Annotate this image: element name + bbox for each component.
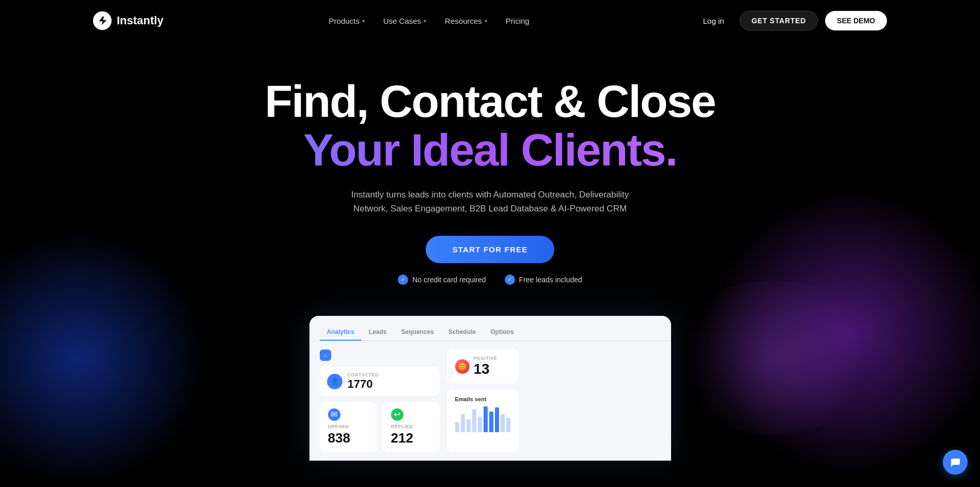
- tab-sequences[interactable]: Sequences: [394, 324, 441, 341]
- hero-badge-free-leads: ✓ Free leads included: [505, 275, 582, 285]
- logo[interactable]: Instantly: [93, 11, 163, 30]
- replied-stat: ↩ REPLIED 212: [383, 402, 440, 452]
- positive-info: POSITIVE 13: [474, 356, 497, 377]
- hero-badges: ✓ No credit card required ✓ Free leads i…: [0, 275, 980, 285]
- navbar: Instantly Products ▾ Use Cases ▾ Resourc…: [0, 0, 980, 41]
- emails-chart: [455, 406, 510, 432]
- dashboard-right: 😊 POSITIVE 13 Emails sent: [447, 349, 519, 452]
- tab-schedule[interactable]: Schedule: [441, 324, 483, 341]
- replied-icon: ↩: [391, 408, 403, 421]
- nav-item-pricing[interactable]: Pricing: [506, 17, 530, 25]
- nav-item-products[interactable]: Products ▾: [329, 17, 365, 25]
- nav-actions: Log in GET STARTED SEE DEMO: [695, 11, 887, 31]
- chart-bar: [455, 422, 459, 432]
- opened-icon: ✉: [328, 408, 340, 421]
- login-button[interactable]: Log in: [695, 12, 733, 29]
- chevron-down-icon: ▾: [424, 18, 426, 24]
- logo-text: Instantly: [117, 14, 163, 27]
- nav-item-resources[interactable]: Resources ▾: [445, 17, 487, 25]
- opened-stat: ✉ OPENED 838: [320, 402, 377, 452]
- nav-link-products[interactable]: Products ▾: [329, 17, 365, 25]
- chevron-down-icon: ▾: [485, 18, 487, 24]
- tab-options[interactable]: Options: [483, 324, 521, 341]
- check-icon-1: ✓: [398, 275, 408, 285]
- get-started-button[interactable]: GET STARTED: [740, 11, 818, 31]
- chart-bar: [484, 406, 488, 432]
- contacted-info: CONTACTED 1770: [348, 372, 379, 391]
- nav-link-pricing[interactable]: Pricing: [506, 17, 530, 25]
- dashboard-body: ⌂ 👤 CONTACTED 1770 ✉ OPENED 838: [309, 341, 671, 461]
- tab-leads[interactable]: Leads: [362, 324, 394, 341]
- chart-bar: [506, 418, 510, 432]
- chart-bar: [489, 412, 493, 432]
- hero-title-line1: Find, Contact & Close: [0, 78, 980, 125]
- home-row: ⌂: [320, 349, 440, 361]
- hero-cta: START FOR FREE: [0, 236, 980, 263]
- chart-bar: [472, 409, 476, 432]
- hero-badge-no-credit-card: ✓ No credit card required: [398, 275, 486, 285]
- chart-bar: [495, 407, 499, 432]
- chat-bubble[interactable]: [943, 450, 968, 475]
- chart-bar: [478, 417, 482, 432]
- chart-bar: [501, 414, 505, 432]
- check-icon-2: ✓: [505, 275, 515, 285]
- dashboard-left: ⌂ 👤 CONTACTED 1770 ✉ OPENED 838: [320, 349, 440, 452]
- nav-link-resources[interactable]: Resources ▾: [445, 17, 487, 25]
- logo-icon: [93, 11, 112, 30]
- dashboard-card: Analytics Leads Sequences Schedule Optio…: [309, 316, 671, 461]
- dashboard-preview: Analytics Leads Sequences Schedule Optio…: [0, 316, 980, 461]
- nav-links: Products ▾ Use Cases ▾ Resources ▾ Prici…: [329, 17, 530, 25]
- nav-item-use-cases[interactable]: Use Cases ▾: [383, 17, 426, 25]
- hero-subtitle: Instantly turns leads into clients with …: [340, 188, 640, 216]
- tab-analytics[interactable]: Analytics: [320, 324, 362, 341]
- nav-link-use-cases[interactable]: Use Cases ▾: [383, 17, 426, 25]
- home-icon: ⌂: [320, 349, 331, 361]
- positive-icon: 😊: [455, 359, 470, 374]
- emails-sent-card: Emails sent: [447, 390, 519, 452]
- see-demo-button[interactable]: SEE DEMO: [825, 11, 887, 31]
- positive-top: 😊 POSITIVE 13: [455, 356, 510, 377]
- dashboard-tabs: Analytics Leads Sequences Schedule Optio…: [309, 316, 671, 341]
- stats-row: ✉ OPENED 838 ↩ REPLIED 212: [320, 402, 440, 452]
- chart-bar: [466, 419, 471, 432]
- contacted-icon: 👤: [327, 374, 343, 389]
- hero-title-line2: Your Ideal Clients.: [0, 125, 980, 175]
- start-for-free-button[interactable]: START FOR FREE: [426, 236, 555, 263]
- hero-section: Find, Contact & Close Your Ideal Clients…: [0, 41, 980, 285]
- chevron-down-icon: ▾: [362, 18, 365, 24]
- chart-bar: [461, 414, 465, 432]
- positive-stat: 😊 POSITIVE 13: [447, 349, 519, 384]
- contacted-stat: 👤 CONTACTED 1770: [320, 367, 440, 396]
